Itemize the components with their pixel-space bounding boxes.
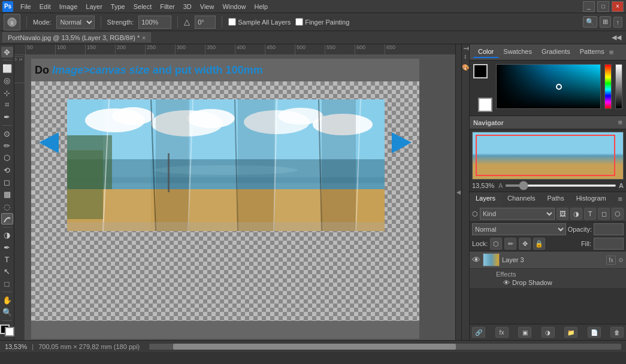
background-color[interactable]	[5, 327, 14, 336]
link-layers-btn[interactable]: 🔗	[472, 327, 485, 338]
share-btn[interactable]: ↑	[613, 17, 623, 28]
fill-input[interactable]: 100%	[594, 238, 624, 250]
close-button[interactable]: ×	[612, 1, 624, 12]
canvas-container[interactable]: Do Image>canvas size and put width 100mm	[25, 55, 455, 340]
layer-filter-adjust-btn[interactable]: ◑	[570, 208, 582, 220]
minimize-button[interactable]: _	[583, 1, 595, 12]
new-layer-btn[interactable]: 📄	[588, 327, 601, 338]
sample-all-layers-checkbox[interactable]	[228, 18, 236, 26]
gradient-tool[interactable]: ▩	[1, 189, 13, 200]
menu-3d[interactable]: 3D	[180, 2, 195, 11]
marquee-tool[interactable]: ⬜	[1, 63, 13, 74]
right-tool-2[interactable]: ↔	[462, 54, 469, 60]
lock-all-btn[interactable]: 🔒	[533, 238, 545, 250]
navigator-menu-btn[interactable]: ≡	[618, 118, 622, 127]
maximize-button[interactable]: □	[597, 1, 609, 12]
shape-tool[interactable]: □	[1, 278, 13, 289]
lock-transparent-btn[interactable]: ⬡	[490, 238, 502, 250]
eraser-tool[interactable]: ◻	[1, 177, 13, 187]
menu-view[interactable]: View	[196, 2, 218, 11]
menu-edit[interactable]: Edit	[36, 2, 55, 11]
foreground-swatch[interactable]	[473, 64, 488, 78]
mode-select[interactable]: Normal Multiply Screen	[56, 16, 95, 29]
path-select-tool[interactable]: ↖	[1, 266, 13, 277]
menu-window[interactable]: Window	[219, 2, 249, 11]
background-swatch[interactable]	[478, 98, 492, 112]
brush-tool[interactable]: ✏	[1, 140, 13, 151]
menu-layer[interactable]: Layer	[82, 2, 106, 11]
right-tool-1[interactable]: T	[462, 47, 469, 50]
lock-position-btn[interactable]: ✥	[519, 238, 531, 250]
zoom-tool[interactable]: 🔍	[1, 307, 13, 318]
gradient-picker-field[interactable]	[496, 64, 601, 109]
stamp-tool[interactable]: ⬡	[1, 153, 13, 163]
opacity-input[interactable]: 100%	[594, 223, 624, 235]
layers-panel-menu-btn[interactable]: ≡	[614, 192, 626, 206]
tab-channels[interactable]: Channels	[501, 192, 541, 206]
spot-heal-tool[interactable]: ⊙	[1, 128, 13, 139]
search-btn[interactable]: 🔍	[583, 16, 597, 28]
horizontal-scrollbar[interactable]	[149, 344, 621, 350]
dodge-tool[interactable]: ◑	[1, 230, 13, 241]
tab-gradients[interactable]: Gradients	[537, 46, 575, 58]
lock-pixels-btn[interactable]: ✏	[504, 238, 516, 250]
pen-tool[interactable]: ✒	[1, 242, 13, 253]
menu-image[interactable]: Image	[56, 2, 81, 11]
right-tool-3[interactable]: 🎨	[462, 63, 469, 71]
color-panel-menu-btn[interactable]: ≡	[609, 48, 614, 57]
drop-shadow-visibility-icon[interactable]: 👁	[503, 279, 510, 286]
crop-tool[interactable]: ⌗	[1, 99, 13, 110]
add-mask-btn[interactable]: ▣	[518, 327, 531, 338]
menu-select[interactable]: Select	[130, 2, 156, 11]
menu-type[interactable]: Type	[107, 2, 129, 11]
view-options-btn[interactable]: ⊞	[600, 16, 611, 28]
layer-name[interactable]: Layer 3	[502, 256, 604, 263]
menu-filter[interactable]: Filter	[156, 2, 178, 11]
hue-strip[interactable]	[604, 64, 612, 109]
layer-row-3[interactable]: 👁 Layer 3 fx ⚙	[470, 251, 626, 269]
angle-input[interactable]	[195, 16, 216, 29]
drop-shadow-name[interactable]: Drop Shadow	[512, 279, 552, 286]
zoom-slider[interactable]	[505, 184, 616, 187]
kind-select[interactable]: Kind	[480, 208, 555, 220]
collapse-handle[interactable]: ◀	[455, 44, 461, 340]
strength-input[interactable]	[138, 16, 171, 29]
hand-tool[interactable]: ✋	[1, 295, 13, 305]
layer-visibility-icon[interactable]: 👁	[472, 255, 480, 265]
tab-color[interactable]: Color	[473, 46, 498, 58]
adjustment-layer-btn[interactable]: ◑	[542, 327, 555, 338]
tab-histogram[interactable]: Histogram	[570, 192, 612, 206]
delete-layer-btn[interactable]: 🗑	[610, 327, 624, 338]
smudge-tool[interactable]	[1, 213, 13, 225]
layer-options-btn[interactable]: ⚙	[618, 257, 624, 263]
sample-all-layers-label[interactable]: Sample All Layers	[228, 18, 291, 26]
tab-layers[interactable]: Layers	[470, 192, 501, 206]
tab-patterns[interactable]: Patterns	[575, 46, 609, 58]
tab-paths[interactable]: Paths	[542, 192, 570, 206]
tab-close-btn[interactable]: ×	[142, 35, 146, 41]
layer-filter-pixel-btn[interactable]: 🖼	[557, 208, 568, 220]
quick-select-tool[interactable]: ⊹	[1, 87, 13, 98]
blur-tool[interactable]: ◌	[1, 201, 13, 212]
tab-swatches[interactable]: Swatches	[498, 46, 537, 58]
document-tab[interactable]: PortNavalo.jpg @ 13,5% (Layer 3, RGB/8#)…	[2, 32, 151, 43]
navigator-preview[interactable]	[472, 132, 624, 180]
new-group-btn[interactable]: 📁	[564, 327, 577, 338]
finger-painting-checkbox[interactable]	[295, 18, 303, 26]
move-tool[interactable]: ✥	[1, 47, 13, 57]
menu-file[interactable]: File	[17, 2, 35, 11]
panels-collapse-btn[interactable]: ◀◀	[609, 34, 624, 41]
layer-filter-type-btn[interactable]: T	[584, 208, 596, 220]
history-tool[interactable]: ⟲	[1, 165, 13, 175]
lasso-tool[interactable]: ◎	[1, 75, 13, 86]
blend-mode-select[interactable]: Normal Multiply Screen	[472, 223, 566, 235]
alpha-strip[interactable]	[615, 64, 622, 109]
layer-filter-smart-btn[interactable]: ⬡	[612, 208, 624, 220]
type-tool[interactable]: T	[1, 254, 13, 265]
add-style-btn[interactable]: fx	[495, 327, 509, 338]
layer-fx-badge[interactable]: fx	[606, 256, 616, 265]
menu-help[interactable]: Help	[251, 2, 272, 11]
finger-painting-label[interactable]: Finger Painting	[295, 18, 349, 26]
eyedropper-tool[interactable]: ✒	[1, 112, 13, 123]
layer-filter-shape-btn[interactable]: ◻	[598, 208, 610, 220]
